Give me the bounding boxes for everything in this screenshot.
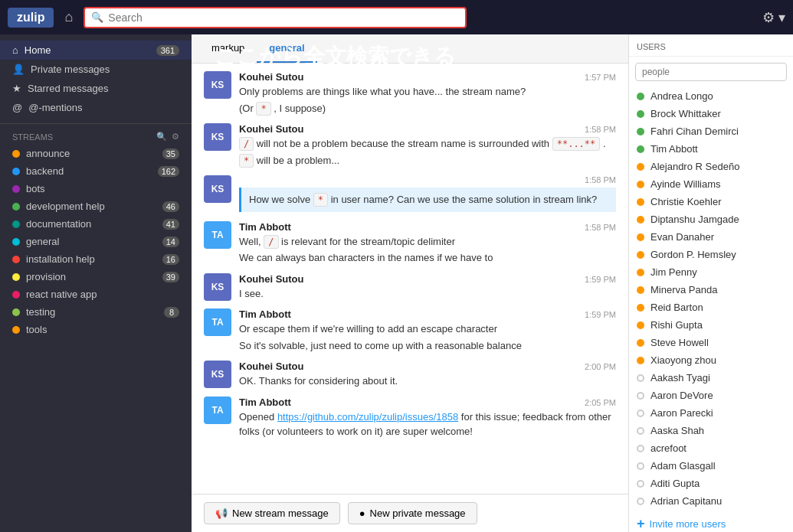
user-item-christie[interactable]: Christie Koehler — [629, 193, 793, 211]
invite-more-users-link[interactable]: + Invite more users — [629, 510, 793, 532]
user-item-fahri[interactable]: Fahri Cihan Demirci — [629, 122, 793, 140]
msg-7-line-1: OK. Thanks for considering about it. — [239, 374, 616, 389]
sidebar-item-bots[interactable]: bots — [0, 180, 192, 197]
user-item-diptanshu[interactable]: Diptanshu Jamgade — [629, 211, 793, 228]
user-item-brock[interactable]: Brock Whittaker — [629, 105, 793, 122]
user-item-gordon[interactable]: Gordon P. Hemsley — [629, 246, 793, 263]
message-time-2: 1:58 PM — [585, 125, 616, 134]
search-icon: 🔍 — [91, 11, 103, 23]
avatar-ks-3: KS — [204, 175, 231, 203]
sidebar-item-backend[interactable]: backend 162 — [0, 162, 192, 180]
message-author-8: Tim Abbott — [239, 397, 291, 408]
new-stream-message-button[interactable]: 📢 New stream message — [204, 502, 340, 524]
home-nav-icon: ⌂ — [12, 44, 18, 56]
user-item-minerva[interactable]: Minerva Panda — [629, 281, 793, 299]
user-item-aditi[interactable]: Aditi Gupta — [629, 475, 793, 492]
sidebar-item-testing[interactable]: testing 8 — [0, 303, 192, 321]
message-content-7: Kouhei Sutou 2:00 PM OK. Thanks for cons… — [239, 361, 616, 390]
code-stars: **...** — [552, 137, 601, 151]
user-item-ayinde[interactable]: Ayinde Williams — [629, 175, 793, 193]
user-name-tim: Tim Abbott — [650, 143, 698, 155]
sidebar-item-starred[interactable]: ★ Starred messages — [0, 79, 192, 98]
backend-label: backend — [26, 165, 152, 177]
people-search-input[interactable] — [642, 67, 780, 77]
user-item-adrian[interactable]: Adrian Capitanu — [629, 492, 793, 510]
search-streams-icon[interactable]: 🔍 — [156, 132, 167, 142]
user-item-xiaoyong[interactable]: Xiaoyong zhou — [629, 351, 793, 369]
new-private-message-button[interactable]: ● New private message — [348, 502, 477, 524]
sidebar-item-development-help[interactable]: development help 46 — [0, 197, 192, 215]
general-count: 14 — [162, 237, 179, 247]
user-item-evan[interactable]: Evan Danaher — [629, 228, 793, 246]
user-item-steve[interactable]: Steve Howell — [629, 334, 793, 351]
sidebar-item-private[interactable]: 👤 Private messages — [0, 60, 192, 79]
gear-icon[interactable]: ⚙ ▾ — [762, 9, 785, 26]
user-item-rishi[interactable]: Rishi Gupta — [629, 316, 793, 334]
status-dot-aaron-d — [637, 392, 644, 400]
sidebar-item-documentation[interactable]: documentation 41 — [0, 215, 192, 233]
message-header-4: Tim Abbott 1:58 PM — [239, 221, 616, 233]
user-item-aaron-parecki[interactable]: Aaron Parecki — [629, 404, 793, 422]
user-name-reid: Reid Barton — [650, 302, 703, 313]
user-item-adam[interactable]: Adam Glasgall — [629, 457, 793, 475]
sidebar-item-mentions[interactable]: @ @-mentions — [0, 98, 192, 117]
message-author-5: Kouhei Sutou — [239, 273, 304, 285]
general-label: general — [26, 236, 156, 247]
dev-help-label: development help — [26, 201, 156, 212]
msg-2-line-2: * will be a problem... — [239, 153, 616, 168]
status-dot-brock — [637, 110, 644, 118]
sidebar: ⌂ Home 361 👤 Private messages ★ Starred … — [0, 34, 192, 532]
sidebar-item-installation-help[interactable]: installation help 16 — [0, 250, 192, 268]
status-dot-reid — [637, 304, 644, 312]
user-item-aaron-devore[interactable]: Aaron DeVore — [629, 387, 793, 404]
message-author-4: Tim Abbott — [239, 221, 291, 233]
user-name-rishi: Rishi Gupta — [650, 319, 703, 331]
sidebar-item-tools[interactable]: tools — [0, 321, 192, 338]
avatar-ks-2: KS — [204, 123, 231, 151]
status-dot-rishi — [637, 321, 644, 329]
user-item-aaska[interactable]: Aaska Shah — [629, 422, 793, 439]
user-name-aaron-p: Aaron Parecki — [650, 407, 713, 419]
message-group-7: KS Kouhei Sutou 2:00 PM OK. Thanks for c… — [204, 361, 616, 390]
user-item-tim[interactable]: Tim Abbott — [629, 140, 793, 158]
status-dot-steve — [637, 339, 644, 347]
user-item-alejandro[interactable]: Alejandro R Sedeño — [629, 158, 793, 175]
user-name-xiaoyong: Xiaoyong zhou — [650, 354, 716, 366]
message-body-8: Opened https://github.com/zulip/zulip/is… — [239, 410, 616, 439]
message-body-6: Or escape them if we're willing to add a… — [239, 321, 616, 353]
sidebar-item-provision[interactable]: provision 39 — [0, 268, 192, 286]
sidebar-item-home[interactable]: ⌂ Home 361 — [0, 41, 192, 60]
tab-general[interactable]: general — [257, 34, 316, 63]
backend-dot — [12, 168, 20, 175]
user-item-andrea[interactable]: Andrea Longo — [629, 87, 793, 105]
mentions-nav-icon: @ — [12, 102, 22, 113]
bots-dot — [12, 185, 20, 193]
message-time-8: 2:05 PM — [585, 398, 616, 407]
sidebar-item-react-native[interactable]: react native app — [0, 286, 192, 303]
code-star2: * — [239, 154, 254, 168]
search-input[interactable] — [108, 11, 459, 24]
chat-messages: KS Kouhei Sutou 1:57 PM Only problems ar… — [192, 64, 628, 494]
user-item-acrefoot[interactable]: acrefoot — [629, 439, 793, 457]
chat-tabs: markup general — [192, 34, 628, 64]
user-name-minerva: Minerva Panda — [650, 284, 717, 295]
user-item-jim[interactable]: Jim Penny — [629, 263, 793, 281]
home-icon[interactable]: ⌂ — [61, 6, 76, 28]
msg-8-line-1: Opened https://github.com/zulip/zulip/is… — [239, 410, 616, 439]
status-dot-fahri — [637, 128, 644, 135]
app-logo: zulip — [8, 8, 54, 28]
settings-streams-icon[interactable]: ⚙ — [172, 132, 179, 142]
testing-dot — [12, 308, 20, 316]
sidebar-item-announce[interactable]: announce 35 — [0, 145, 192, 162]
sidebar-item-general[interactable]: general 14 — [0, 233, 192, 250]
github-link[interactable]: https://github.com/zulip/zulip/issues/18… — [277, 411, 458, 423]
user-name-adam: Adam Glasgall — [650, 460, 716, 472]
tab-markup[interactable]: markup — [199, 34, 257, 63]
message-author-7: Kouhei Sutou — [239, 361, 304, 372]
user-name-aaron-d: Aaron DeVore — [650, 390, 713, 401]
status-dot-gordon — [637, 251, 644, 259]
streams-actions: 🔍 ⚙ — [156, 132, 179, 142]
user-item-reid[interactable]: Reid Barton — [629, 299, 793, 316]
user-name-diptanshu: Diptanshu Jamgade — [650, 214, 739, 225]
user-item-aakash[interactable]: Aakash Tyagi — [629, 369, 793, 387]
